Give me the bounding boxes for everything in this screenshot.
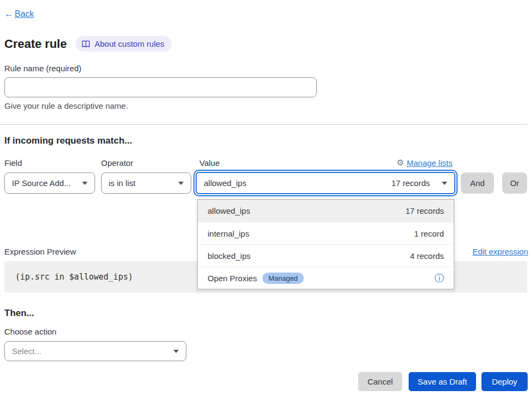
back-link-label: Back xyxy=(15,9,34,19)
title-row: Create rule About custom rules xyxy=(4,36,172,52)
rule-name-label: Rule name (required) xyxy=(4,64,82,73)
list-item-name: allowed_ips xyxy=(208,206,250,215)
then-section-heading: Then... xyxy=(4,308,34,319)
list-item-open-proxies[interactable]: Open Proxies Managed ⓘ xyxy=(198,267,454,289)
and-button[interactable]: And xyxy=(461,172,494,194)
value-select-meta: 17 records xyxy=(391,178,430,188)
about-custom-rules-badge[interactable]: About custom rules xyxy=(76,36,172,52)
page-title: Create rule xyxy=(4,37,67,51)
list-item-name: blocked_ips xyxy=(208,251,251,261)
choose-action-label: Choose action xyxy=(4,327,57,336)
back-arrow-icon: ← xyxy=(4,9,14,20)
deploy-button[interactable]: Deploy xyxy=(481,372,528,391)
list-item-meta: 1 record xyxy=(414,229,444,238)
value-select-inner: allowed_ips 17 records xyxy=(196,172,455,194)
action-select[interactable]: Select... xyxy=(4,341,186,361)
list-item-allowed-ips[interactable]: allowed_ips 17 records xyxy=(198,200,454,222)
cancel-button[interactable]: Cancel xyxy=(358,372,402,391)
list-item-name: Open Proxies xyxy=(208,274,257,283)
field-label: Field xyxy=(4,158,22,168)
operator-select-value: is in list xyxy=(109,178,135,188)
managed-badge: Managed xyxy=(262,273,304,284)
field-select-value: IP Source Add... xyxy=(12,178,71,188)
match-section-heading: If incoming requests match... xyxy=(4,135,132,146)
info-icon[interactable]: ⓘ xyxy=(435,274,444,283)
book-icon xyxy=(82,40,90,48)
list-item-name: internal_ips xyxy=(208,229,249,238)
create-rule-page: ←Back Create rule About custom rules Rul… xyxy=(0,0,532,402)
rule-name-helper: Give your rule a descriptive name. xyxy=(4,101,128,110)
section-divider xyxy=(0,124,528,125)
operator-label: Operator xyxy=(101,158,133,168)
value-select-selected: allowed_ips xyxy=(204,178,391,188)
expression-code: (ip.src in $allowed_ips) xyxy=(15,272,133,282)
edit-expression-link[interactable]: Edit expression xyxy=(472,247,528,256)
chevron-down-icon xyxy=(178,182,184,185)
operator-select[interactable]: is in list xyxy=(101,172,191,194)
list-item-blocked-ips[interactable]: blocked_ips 4 records xyxy=(198,244,454,267)
chevron-down-icon xyxy=(442,182,447,185)
expression-preview-label: Expression Preview xyxy=(4,247,76,256)
manage-lists-link[interactable]: ⚙ Manage lists xyxy=(397,158,454,168)
gear-icon: ⚙ xyxy=(397,158,404,168)
save-as-draft-button[interactable]: Save as Draft xyxy=(409,372,476,391)
list-item-meta: 17 records xyxy=(405,206,444,215)
list-item-meta: 4 records xyxy=(410,251,444,261)
field-select[interactable]: IP Source Add... xyxy=(4,172,95,194)
or-button[interactable]: Or xyxy=(502,172,527,194)
value-dropdown-panel: allowed_ips 17 records internal_ips 1 re… xyxy=(197,199,454,289)
manage-lists-label: Manage lists xyxy=(406,158,452,168)
value-select[interactable]: allowed_ips 17 records xyxy=(193,170,458,196)
about-badge-label: About custom rules xyxy=(95,39,164,48)
value-label: Value xyxy=(199,158,220,168)
back-link[interactable]: ←Back xyxy=(4,9,34,20)
list-item-internal-ips[interactable]: internal_ips 1 record xyxy=(198,222,454,244)
chevron-down-icon xyxy=(82,182,87,185)
action-select-placeholder: Select... xyxy=(12,347,41,356)
chevron-down-icon xyxy=(173,350,179,353)
rule-name-input[interactable] xyxy=(4,77,317,97)
